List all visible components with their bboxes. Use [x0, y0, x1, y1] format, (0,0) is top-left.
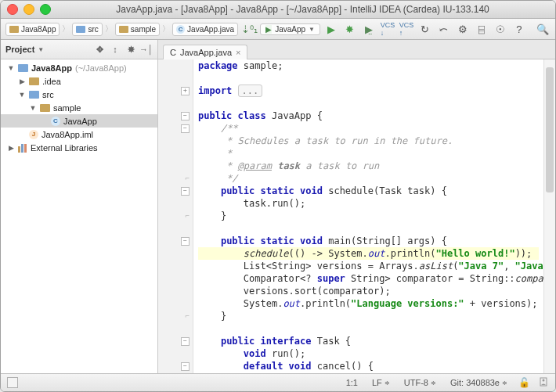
fold-toggle[interactable]: − [181, 337, 190, 346]
coverage-button[interactable]: ▶̤ [361, 21, 377, 37]
make-project-button[interactable]: ⇣⁰₁ [241, 21, 257, 37]
code-line[interactable]: public static void schedule(Task task) { [198, 185, 539, 197]
gutter-line[interactable]: − [158, 235, 193, 247]
gutter-line[interactable] [158, 347, 193, 360]
code-line[interactable]: public static void main(String[] args) { [198, 235, 539, 247]
project-structure-button[interactable]: ⌸ [474, 21, 489, 37]
editor-gutter[interactable]: +−−⌐−⌐−⌐−− [158, 59, 193, 373]
code-line[interactable]: * Schedules a task to run in the future. [198, 135, 539, 147]
titlebar[interactable]: JavaApp.java - [Java8App] - Java8App - [… [1, 1, 555, 19]
tree-arrow[interactable]: ▼ [18, 91, 26, 99]
code-line[interactable] [198, 72, 539, 85]
code-line[interactable] [198, 97, 539, 110]
scroll-thumb[interactable] [546, 67, 554, 192]
tree-node[interactable]: ▶.idea [1, 74, 157, 88]
code-line[interactable] [198, 322, 539, 335]
code-line[interactable]: /** [198, 122, 539, 135]
code-line[interactable]: package sample; [198, 59, 539, 72]
gutter-line[interactable] [158, 222, 193, 235]
editor-scrollbar[interactable] [543, 59, 555, 373]
code-line[interactable]: System.out.println("Language versions:" … [198, 297, 539, 310]
breadcrumb-item[interactable]: Java8App [5, 23, 60, 36]
gutter-line[interactable] [158, 322, 193, 335]
close-window-button[interactable] [7, 4, 18, 15]
code-line[interactable] [198, 222, 539, 235]
gutter-line[interactable] [158, 59, 193, 72]
tree-node[interactable]: ▶External Libraries [1, 141, 157, 154]
vcs-commit-button[interactable]: VCS↑ [399, 21, 414, 37]
code-line[interactable]: public interface Task { [198, 335, 539, 347]
code-viewport[interactable]: package sample; import ... public class … [193, 59, 543, 373]
vcs-history-button[interactable]: ↻ [417, 21, 433, 37]
vcs-update-button[interactable]: VCS↓ [380, 21, 395, 37]
readonly-toggle[interactable]: 🔓 [518, 377, 530, 388]
gutter-line[interactable] [158, 272, 193, 285]
fold-toggle[interactable]: + [181, 87, 190, 95]
autoscroll-button[interactable]: ✥ [93, 43, 106, 56]
gutter-line[interactable] [158, 297, 193, 310]
code-line[interactable]: * [198, 147, 539, 160]
file-encoding[interactable]: UTF-8≑ [401, 378, 439, 387]
hide-panel-button[interactable]: →│ [140, 43, 153, 56]
gutter-line[interactable] [158, 97, 193, 110]
code-line[interactable]: task.run(); [198, 197, 539, 210]
gutter-line[interactable]: − [158, 360, 193, 372]
run-button[interactable]: ▶ [323, 21, 339, 37]
gutter-line[interactable] [158, 160, 193, 172]
breadcrumb-item[interactable]: src [72, 23, 102, 36]
gutter-line[interactable]: ⌐ [158, 310, 193, 322]
fold-toggle[interactable]: − [181, 112, 190, 120]
code-line[interactable]: // Do nothing [198, 372, 539, 373]
code-line[interactable]: List<String> versions = Arrays.asList("J… [198, 260, 539, 272]
tree-arrow[interactable]: ▼ [29, 104, 37, 112]
run-configuration-selector[interactable]: ▶ JavaApp ▼ [260, 23, 320, 35]
gutter-line[interactable] [158, 72, 193, 85]
gutter-line[interactable] [158, 135, 193, 147]
code-line[interactable]: schedule(() -> System.out.println("Hello… [198, 247, 539, 260]
tree-arrow[interactable]: ▶ [18, 77, 26, 85]
settings-button[interactable]: ⚙ [455, 21, 471, 37]
code-line[interactable]: public class JavaApp { [198, 110, 539, 122]
code-line[interactable]: versions.sort(comparator); [198, 285, 539, 297]
status-tool-window-button[interactable] [7, 377, 18, 388]
sdk-button[interactable]: ☉ [493, 21, 508, 37]
code-line[interactable]: * @param task a task to run [198, 160, 539, 172]
code-line[interactable]: default void cancel() { [198, 360, 539, 372]
zoom-window-button[interactable] [40, 4, 51, 15]
tree-node[interactable]: ▼sample [1, 101, 157, 114]
tree-node[interactable]: ▼Java8App (~/Java8App) [1, 61, 157, 74]
gutter-line[interactable]: + [158, 85, 193, 97]
fold-toggle[interactable]: − [181, 187, 190, 196]
vcs-revert-button[interactable]: ⤺ [436, 21, 452, 37]
hector-icon[interactable] [538, 376, 549, 390]
code-line[interactable]: void run(); [198, 347, 539, 360]
git-branch[interactable]: Git: 340883e≑ [447, 378, 511, 387]
tree-node[interactable]: JJava8App.iml [1, 128, 157, 141]
fold-toggle[interactable]: − [181, 237, 190, 246]
code-line[interactable]: */ [198, 172, 539, 185]
breadcrumb-item[interactable]: sample [115, 23, 160, 36]
gutter-line[interactable] [158, 260, 193, 272]
debug-button[interactable]: ✸ [342, 21, 358, 37]
gutter-line[interactable] [158, 285, 193, 297]
fold-toggle[interactable]: − [181, 362, 190, 371]
tree-arrow[interactable]: ▼ [7, 64, 15, 72]
collapse-all-button[interactable]: ↕ [109, 43, 121, 56]
gutter-line[interactable] [158, 247, 193, 260]
gutter-line[interactable]: − [158, 185, 193, 197]
code-line[interactable]: Comparator<? super String> comparator = … [198, 272, 539, 285]
code-line[interactable]: } [198, 210, 539, 222]
help-button[interactable]: ? [511, 21, 527, 37]
gutter-line[interactable]: − [158, 110, 193, 122]
gutter-line[interactable]: − [158, 335, 193, 347]
code-line[interactable]: } [198, 310, 539, 322]
gutter-line[interactable]: ⌐ [158, 172, 193, 185]
search-everywhere-button[interactable]: 🔍 [535, 21, 551, 37]
tree-node[interactable]: ▼src [1, 88, 157, 101]
gutter-line[interactable]: − [158, 122, 193, 135]
minimize-window-button[interactable] [23, 4, 34, 15]
gutter-line[interactable]: ⌐ [158, 210, 193, 222]
breadcrumb-item[interactable]: CJavaApp.java [172, 23, 238, 36]
tree-arrow[interactable]: ▶ [7, 144, 15, 152]
project-panel-header[interactable]: Project ▼ ✥ ↕ ✸ →│ [1, 40, 157, 59]
